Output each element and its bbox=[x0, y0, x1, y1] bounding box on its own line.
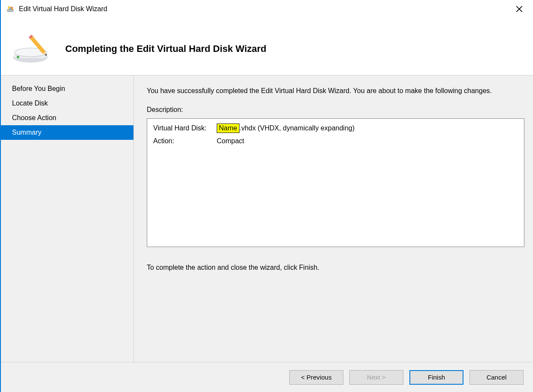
finish-button[interactable]: Finish bbox=[409, 370, 463, 385]
sidebar-nav: Before You Begin Locate Disk Choose Acti… bbox=[1, 75, 134, 362]
window-title: Edit Virtual Hard Disk Wizard bbox=[19, 5, 509, 13]
desc-row-action: Action: Compact bbox=[153, 136, 518, 146]
wizard-header: Completing the Edit Virtual Hard Disk Wi… bbox=[1, 15, 533, 75]
intro-text: You have successfully completed the Edit… bbox=[147, 86, 524, 96]
desc-vhd-label: Virtual Hard Disk: bbox=[153, 123, 217, 133]
description-label: Description: bbox=[147, 105, 524, 115]
desc-action-label: Action: bbox=[153, 136, 217, 146]
desc-row-vhd: Virtual Hard Disk: Name.vhdx (VHDX, dyna… bbox=[153, 123, 518, 133]
desc-action-value: Compact bbox=[217, 136, 244, 146]
next-button: Next > bbox=[349, 370, 403, 385]
wizard-body: Before You Begin Locate Disk Choose Acti… bbox=[1, 75, 533, 362]
svg-point-10 bbox=[17, 56, 19, 58]
previous-button[interactable]: < Previous bbox=[289, 370, 343, 385]
instruction-text: To complete the action and close the wiz… bbox=[147, 262, 524, 273]
desc-vhd-value: Name.vhdx (VHDX, dynamically expanding) bbox=[217, 123, 354, 133]
vhd-name-highlight: Name bbox=[217, 124, 239, 133]
sidebar-item-locate-disk[interactable]: Locate Disk bbox=[1, 96, 133, 111]
sidebar-item-before-you-begin[interactable]: Before You Begin bbox=[1, 81, 133, 96]
content-pane: You have successfully completed the Edit… bbox=[134, 75, 533, 362]
vhd-suffix: .vhdx (VHDX, dynamically expanding) bbox=[239, 124, 355, 132]
sidebar-item-choose-action[interactable]: Choose Action bbox=[1, 111, 133, 125]
svg-rect-0 bbox=[7, 9, 13, 12]
app-icon bbox=[7, 6, 15, 12]
close-button[interactable] bbox=[509, 3, 529, 15]
page-title: Completing the Edit Virtual Hard Disk Wi… bbox=[65, 43, 266, 54]
wizard-footer: < Previous Next > Finish Cancel bbox=[1, 362, 533, 392]
cancel-button[interactable]: Cancel bbox=[469, 370, 524, 385]
description-box: Virtual Hard Disk: Name.vhdx (VHDX, dyna… bbox=[147, 118, 524, 247]
titlebar: Edit Virtual Hard Disk Wizard bbox=[1, 0, 533, 15]
close-icon bbox=[516, 6, 523, 12]
sidebar-item-summary[interactable]: Summary bbox=[1, 125, 133, 140]
wizard-header-icon bbox=[11, 32, 53, 66]
